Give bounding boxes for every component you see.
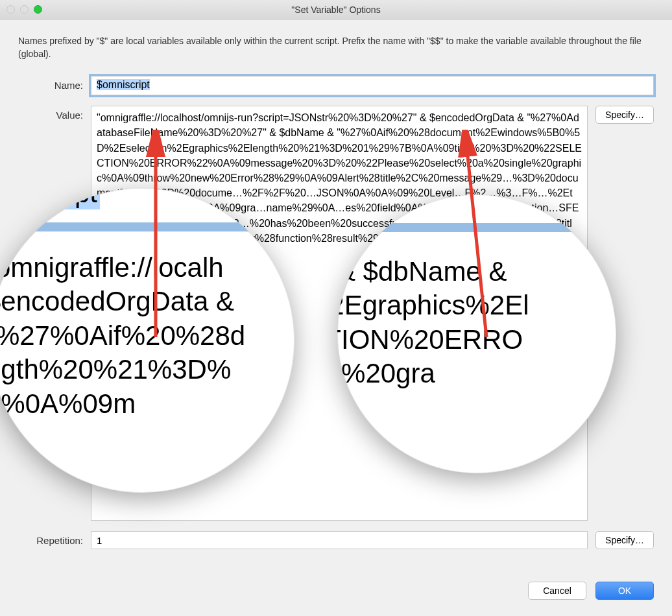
value-label: Value:	[18, 106, 83, 121]
repetition-row: Repetition: Specify…	[18, 531, 654, 549]
mag-left-line-0: "omnigraffle://localh	[0, 251, 294, 285]
mag-right-line-1: %2Egraphics%2El	[337, 289, 616, 323]
name-input[interactable]: $omniscript	[91, 76, 654, 95]
name-label: Name:	[18, 76, 83, 91]
mag-left-line-2: "%27%0Aif%20%28d	[0, 319, 294, 353]
cancel-button[interactable]: Cancel	[528, 582, 586, 600]
mag-left-line-1: $encodedOrgData &	[0, 285, 294, 319]
zoom-window-icon[interactable]	[34, 5, 42, 14]
mag-right-line-2: CTION%20ERRO	[337, 323, 616, 357]
name-row: Name: $omniscript	[18, 76, 654, 95]
repetition-label: Repetition:	[18, 531, 83, 546]
ok-button[interactable]: OK	[595, 582, 654, 600]
specify-repetition-button[interactable]: Specify…	[595, 531, 654, 549]
window-controls	[6, 5, 42, 14]
dialog-buttons: Cancel OK	[0, 575, 672, 613]
mag-left-line-4: 2%0A%09m	[0, 387, 294, 421]
mag-right-line-0: 7" & $dbName &	[337, 255, 616, 289]
mag-right-line-3: gle%20gra	[337, 357, 616, 391]
specify-value-button[interactable]: Specify…	[595, 106, 654, 124]
help-text: Names prefixed by "$" are local variable…	[18, 35, 654, 60]
repetition-input[interactable]	[91, 531, 588, 549]
titlebar: "Set Variable" Options	[0, 0, 672, 19]
dialog-window: "Set Variable" Options Names prefixed by…	[0, 0, 672, 616]
magnifier-left: mniscript "omnigraffle://localh $encoded…	[0, 188, 294, 493]
mag-left-line-3: ngth%20%21%3D%	[0, 353, 294, 387]
minimize-window-icon[interactable]	[20, 5, 29, 14]
name-value-selected: $omniscript	[97, 79, 150, 90]
magnifier-right: X %27" & 7" & $dbName & %2Egraphics%2El …	[337, 195, 616, 473]
window-title: "Set Variable" Options	[0, 5, 672, 15]
close-window-icon[interactable]	[6, 5, 15, 14]
